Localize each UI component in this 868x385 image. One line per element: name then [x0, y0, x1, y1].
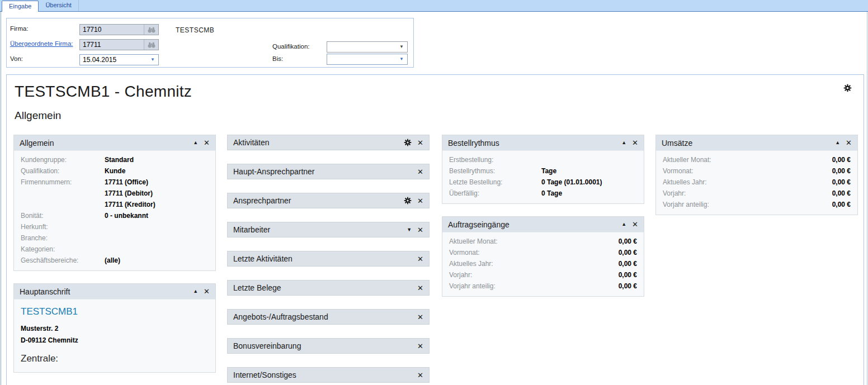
uebergeordnete-firma-input[interactable]	[80, 40, 144, 50]
column-4: Umsätze ▲ ✕ Aktueller Monat: 0,00 € Vorm…	[655, 135, 858, 227]
tab-strip: Eingabe Übersicht	[0, 0, 868, 12]
collapse-icon[interactable]: ▲	[193, 289, 198, 294]
lookup-binoculars-icon[interactable]	[144, 40, 158, 50]
close-icon[interactable]: ✕	[204, 288, 210, 295]
lookup-binoculars-icon[interactable]	[144, 25, 158, 35]
firma-label: Firma:	[10, 25, 29, 32]
customer-dashboard-card: TESTSCMB1 - Chemnitz Allgemein Allgemein…	[6, 74, 864, 385]
address-street: Musterstr. 2	[21, 323, 209, 335]
table-row: Herkunft:	[14, 221, 215, 232]
close-icon[interactable]: ✕	[417, 284, 423, 292]
chevron-down-icon[interactable]: ▼	[407, 227, 412, 232]
table-row: Aktuelles Jahr: 0,00 €	[442, 258, 644, 269]
panel-auftragseingaenge-header[interactable]: Auftragseingänge ▲ ✕	[442, 217, 644, 232]
table-row: Kundengruppe: Standard	[14, 154, 215, 165]
panel-aktivitaeten-header[interactable]: Aktivitäten ✕	[227, 135, 430, 150]
close-icon[interactable]: ✕	[632, 139, 638, 146]
table-row: Erstbestellung:	[442, 154, 644, 165]
table-row: Bonität: 0 - unbekannt	[14, 210, 215, 221]
table-row: Vorjahr anteilig: 0,00 €	[656, 199, 857, 210]
close-icon[interactable]: ✕	[417, 168, 423, 175]
table-row: Aktueller Monat: 0,00 €	[442, 236, 644, 247]
table-row: Geschäftsbereiche: (alle)	[14, 255, 215, 266]
panel-bestellrythmus: Bestellrythmus ▲ ✕ Erstbestellung: Beste…	[442, 135, 644, 204]
panel-bonusvereinbarung-header[interactable]: Bonusvereinbarung ✕	[227, 338, 430, 354]
collapse-icon[interactable]: ▲	[621, 222, 626, 227]
qualifikation-combobox[interactable]: ▼	[327, 41, 408, 53]
panel-hauptanschrift: Hauptanschrift ▲ ✕ TESTSCMB1 Musterstr. …	[13, 283, 216, 373]
panel-hauptanschrift-header[interactable]: Hauptanschrift ▲ ✕	[14, 284, 215, 300]
bis-label: Bis:	[272, 55, 283, 62]
gear-icon[interactable]	[843, 84, 852, 92]
qualifikation-label: Qualifikation:	[272, 43, 309, 50]
panel-ansprechpartner-header[interactable]: Ansprechpartner ✕	[227, 193, 430, 208]
panel-internet-sonstiges-header[interactable]: Internet/Sonstiges ✕	[227, 367, 430, 383]
panel-bestellrythmus-header[interactable]: Bestellrythmus ▲ ✕	[442, 135, 644, 151]
page-title: TESTSCMB1 - Chemnitz	[15, 83, 192, 101]
von-date-field[interactable]: ▼	[79, 54, 159, 65]
column-3: Bestellrythmus ▲ ✕ Erstbestellung: Beste…	[442, 135, 644, 309]
firma-field[interactable]	[79, 24, 159, 35]
close-icon[interactable]: ✕	[417, 313, 423, 321]
table-row: Vormonat: 0,00 €	[442, 247, 644, 258]
von-label: Von:	[10, 55, 23, 62]
table-row: Letzte Bestellung: 0 Tage (01.01.0001)	[442, 177, 644, 188]
column-2: Aktivitäten ✕ Haupt-Ansprechpartner ✕ An…	[227, 135, 430, 385]
zentrale-label: Zentrale:	[21, 353, 209, 364]
tab-eingabe[interactable]: Eingabe	[2, 1, 39, 12]
table-row: Branche:	[14, 232, 215, 244]
close-icon[interactable]: ✕	[846, 139, 852, 146]
column-1: Allgemein ▲ ✕ Kundengruppe: Standard Qua…	[13, 135, 216, 385]
gear-icon[interactable]	[404, 197, 412, 205]
panel-allgemein: Allgemein ▲ ✕ Kundengruppe: Standard Qua…	[13, 135, 216, 271]
close-icon[interactable]: ✕	[417, 255, 423, 263]
table-row: Kategorien:	[14, 244, 215, 255]
von-date-input[interactable]	[80, 55, 147, 65]
close-icon[interactable]: ✕	[204, 139, 210, 146]
table-row: Vorjahr anteilig: 0,00 €	[442, 281, 644, 292]
panel-haupt-ansprechpartner-header[interactable]: Haupt-Ansprechpartner ✕	[227, 164, 430, 179]
qualifikation-value	[327, 42, 396, 52]
filter-form: Firma: TESTSCMB Übergeordnete Firma:	[6, 18, 414, 68]
company-link[interactable]: TESTSCMB1	[21, 306, 209, 317]
uebergeordnete-firma-field[interactable]	[79, 39, 159, 50]
panel-letzte-belege-header[interactable]: Letzte Belege ✕	[227, 280, 430, 296]
table-row: Aktueller Monat: 0,00 €	[656, 154, 857, 165]
firma-company-name: TESTSCMB	[176, 26, 214, 34]
panel-angebots-auftragsbestand-header[interactable]: Angebots-/Auftragsbestand ✕	[227, 309, 430, 325]
collapse-icon[interactable]: ▲	[621, 140, 626, 145]
panel-auftragseingaenge: Auftragseingänge ▲ ✕ Aktueller Monat: 0,…	[442, 216, 644, 297]
table-row: Firmennummern: 17711 (Office) 17711 (Deb…	[14, 177, 215, 210]
table-row: Qualifikation: Kunde	[14, 165, 215, 177]
panel-letzte-aktivitaeten-header[interactable]: Letzte Aktivitäten ✕	[227, 251, 430, 267]
tab-page-eingabe: Firma: TESTSCMB Übergeordnete Firma:	[1, 12, 867, 385]
panel-umsaetze-header[interactable]: Umsätze ▲ ✕	[656, 135, 857, 151]
collapse-icon[interactable]: ▲	[193, 140, 198, 145]
close-icon[interactable]: ✕	[632, 221, 638, 228]
close-icon[interactable]: ✕	[417, 139, 423, 146]
date-dropdown-icon[interactable]: ▼	[147, 55, 158, 65]
tab-uebersicht[interactable]: Übersicht	[39, 0, 78, 11]
panel-allgemein-header[interactable]: Allgemein ▲ ✕	[14, 135, 215, 151]
close-icon[interactable]: ✕	[417, 372, 423, 379]
table-row: Überfällig: 0 Tage	[442, 188, 644, 199]
table-row: Vorjahr: 0,00 €	[656, 188, 857, 199]
collapse-icon[interactable]: ▲	[835, 140, 840, 145]
panel-mitarbeiter-header[interactable]: Mitarbeiter ▼ ✕	[227, 222, 430, 237]
table-row: Vormonat: 0,00 €	[656, 165, 857, 177]
bis-value	[327, 54, 396, 64]
uebergeordnete-firma-link[interactable]: Übergeordnete Firma:	[10, 40, 73, 47]
table-row: Bestellrythmus: Tage	[442, 165, 644, 177]
close-icon[interactable]: ✕	[417, 343, 423, 350]
close-icon[interactable]: ✕	[417, 226, 423, 234]
table-row: Aktuelles Jahr: 0,00 €	[656, 177, 857, 188]
gear-icon[interactable]	[404, 139, 412, 146]
bis-combobox[interactable]: ▼	[327, 54, 408, 65]
section-heading: Allgemein	[15, 110, 61, 122]
close-icon[interactable]: ✕	[417, 197, 423, 205]
panel-umsaetze: Umsätze ▲ ✕ Aktueller Monat: 0,00 € Vorm…	[655, 135, 858, 215]
combo-dropdown-icon[interactable]: ▼	[396, 42, 407, 52]
table-row: Vorjahr: 0,00 €	[442, 269, 644, 281]
firma-input[interactable]	[80, 25, 144, 35]
combo-dropdown-icon[interactable]: ▼	[396, 54, 407, 64]
